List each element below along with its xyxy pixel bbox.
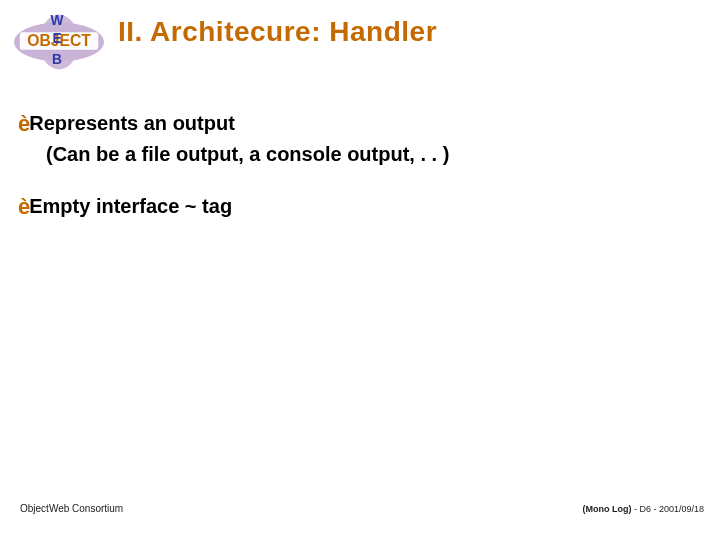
objectweb-logo-icon: OBJECT W E B xyxy=(10,12,108,72)
bullet-text: Represents an output xyxy=(29,112,235,134)
bullet-text: Empty interface ~ tag xyxy=(29,195,232,217)
svg-text:B: B xyxy=(52,52,62,67)
footer-monolog: (Mono Log) xyxy=(582,504,631,514)
bullet-subtext: (Can be a file output, a console output,… xyxy=(46,141,702,167)
slide-content: èRepresents an output (Can be a file out… xyxy=(18,110,702,247)
svg-text:W: W xyxy=(51,13,64,28)
footer-right: (Mono Log) - D6 - 2001/09/18 xyxy=(582,504,704,514)
bullet-item: èRepresents an output (Can be a file out… xyxy=(18,110,702,167)
footer-left: ObjectWeb Consortium xyxy=(20,503,123,514)
slide-title: II. Architecure: Handler xyxy=(118,16,437,48)
bullet-item: èEmpty interface ~ tag xyxy=(18,193,702,222)
footer-meta: - D6 - 2001/09/18 xyxy=(631,504,704,514)
svg-text:E: E xyxy=(52,31,61,46)
